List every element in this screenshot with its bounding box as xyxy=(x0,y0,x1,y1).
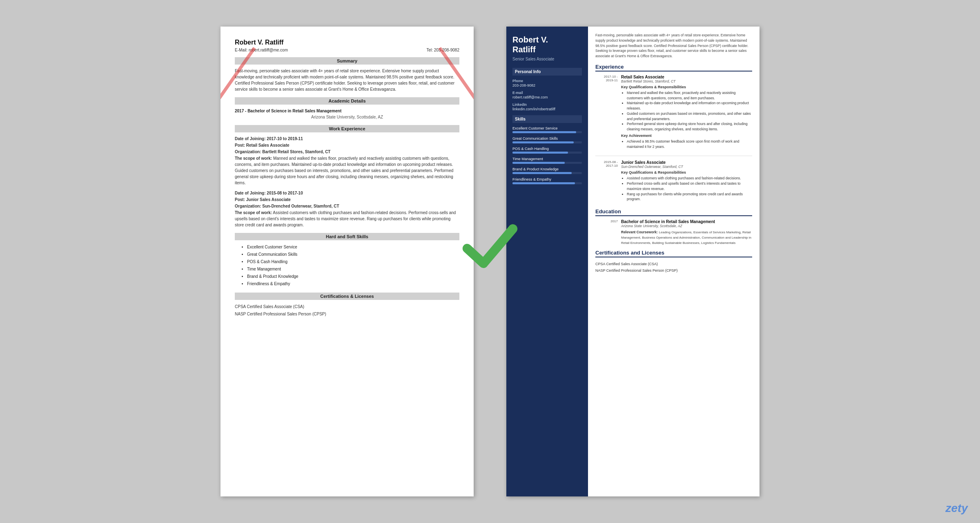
skill-bar-2: Great Communication Skills xyxy=(512,136,582,143)
edu1-details: Bachelor of Science in Retail Sales Mana… xyxy=(621,219,752,246)
skill-2: Great Communication Skills xyxy=(247,251,459,258)
exp1-qualif-label: Key Qualifications & Responsibilities xyxy=(621,85,752,89)
edu1-school: Arizona State University, Scottsdale, AZ xyxy=(621,224,752,228)
cert-section-title: Certifications & Licenses xyxy=(235,293,459,300)
skills-title: Skills xyxy=(512,115,582,123)
work-section-title: Work Experience xyxy=(235,125,459,132)
phone-value: 203-208-9082 xyxy=(512,83,582,87)
work-entry-2: Date of Joining: 2015-08 to 2017-10 Post… xyxy=(235,190,459,228)
exp2-dates: 2015-08 -2017-10 xyxy=(595,160,618,203)
left-resume: Robert V. Ratliff E-Mail: robert.ratliff… xyxy=(220,27,474,496)
work2-post: Post: Junior Sales Associate xyxy=(235,197,291,202)
exp2-bullets: Assisted customers with clothing purchas… xyxy=(621,176,752,202)
work-entry-1: Date of Joining: 2017-10 to 2019-11 Post… xyxy=(235,136,459,186)
cert-1: CPSA Certified Sales Associate (CSA) xyxy=(235,303,459,311)
phone-label: Phone xyxy=(512,79,582,83)
skill-bar-6: Friendliness & Empathy xyxy=(512,177,582,184)
skill-6: Friendliness & Empathy xyxy=(247,280,459,288)
exp2-bullet-3: Rang up purchases for clients while prom… xyxy=(627,192,752,202)
edu1-year: 2017 xyxy=(595,219,618,246)
left-name: Robert V. Ratliff xyxy=(235,39,459,46)
email-value: robert.ratliff@me.com xyxy=(512,95,582,99)
skills-section-title: Hard and Soft Skills xyxy=(235,233,459,240)
resume-main: Fast-moving, personable sales associate … xyxy=(588,27,760,496)
skill-bar-1: Excellent Customer Service xyxy=(512,126,582,133)
exp2-company: Sun-Drenched Outerwear, Stamford, CT xyxy=(621,165,752,169)
exp1-company: Bartlett Retail Stores, Stamford, CT xyxy=(621,79,752,83)
exp1-achievement-label: Key Achievement xyxy=(621,134,752,138)
exp2-details: Junior Sales Associate Sun-Drenched Oute… xyxy=(621,160,752,203)
right-cert-1: CPSA Certified Sales Associate (CSA) NAS… xyxy=(595,261,752,274)
edu-degree: 2017 - Bachelor of Science in Retail Sal… xyxy=(235,108,459,114)
exp-divider xyxy=(595,156,752,156)
skills-list: Excellent Customer Service Great Communi… xyxy=(235,244,459,288)
personal-info-title: Personal Info xyxy=(512,68,582,76)
email-label: E-mail xyxy=(512,91,582,95)
linkedin-label: LinkedIn xyxy=(512,103,582,107)
skill-5: Brand & Product Knowledge xyxy=(247,273,459,280)
exp1-details: Retail Sales Associate Bartlett Retail S… xyxy=(621,75,752,151)
exp1-bullet-2: Maintained up-to-date product knowledge … xyxy=(627,101,752,111)
exp1-bullet-3: Guided customers on purchases based on i… xyxy=(627,111,752,122)
edu-entry-1: 2017 Bachelor of Science in Retail Sales… xyxy=(595,219,752,246)
left-email: E-Mail: robert.ratliff@me.com xyxy=(235,48,288,52)
work1-dates: Date of Joining: 2017-10 to 2019-11 xyxy=(235,136,303,141)
edu-school: Arizona State University, Scottsdale, AZ xyxy=(235,114,459,120)
work1-post: Post: Retail Sales Associate xyxy=(235,143,290,148)
cert-heading: Certifications and Licenses xyxy=(595,250,752,257)
zety-watermark: zety xyxy=(946,502,968,515)
exp2-bullet-1: Assisted customers with clothing purchas… xyxy=(627,176,752,181)
exp1-bullets: Manned and walked the sales floor, proac… xyxy=(621,90,752,132)
skill-bar-3: POS & Cash Handling xyxy=(512,147,582,154)
edu1-coursework-label: Relevant Coursework: xyxy=(621,230,658,234)
exp-entry-1: 2017-10 -2019-11 Retail Sales Associate … xyxy=(595,75,752,151)
main-summary: Fast-moving, personable sales associate … xyxy=(595,33,752,59)
work2-scope-label: The scope of work: xyxy=(235,210,272,215)
exp2-qualif-label: Key Qualifications & Responsibilities xyxy=(621,170,752,174)
experience-heading: Experience xyxy=(595,64,752,72)
exp2-bullet-2: Performed cross-sells and upsells based … xyxy=(627,181,752,192)
exp1-achievement: Achieved a 98.5% customer feedback score… xyxy=(621,139,752,150)
exp2-title: Junior Sales Associate xyxy=(621,160,752,165)
cert-2: NASP Certified Professional Sales Person… xyxy=(235,311,459,318)
skill-1: Excellent Customer Service xyxy=(247,244,459,251)
work1-scope-label: The scope of work: xyxy=(235,156,272,161)
exp1-dates: 2017-10 -2019-11 xyxy=(595,75,618,151)
work2-dates: Date of Joining: 2015-08 to 2017-10 xyxy=(235,191,303,195)
sidebar-name: Robert V.Ratliff xyxy=(512,35,582,54)
sidebar-title: Senior Sales Associate xyxy=(512,57,582,61)
skill-bar-5: Brand & Product Knowledge xyxy=(512,167,582,174)
academic-section-title: Academic Details xyxy=(235,97,459,105)
edu1-degree: Bachelor of Science in Retail Sales Mana… xyxy=(621,219,752,224)
exp1-achievement-text: Achieved a 98.5% customer feedback score… xyxy=(627,139,752,150)
green-checkmark xyxy=(457,212,523,278)
exp-entry-2: 2015-08 -2017-10 Junior Sales Associate … xyxy=(595,160,752,203)
right-resume: Robert V.Ratliff Senior Sales Associate … xyxy=(506,27,760,496)
linkedin-value: linkedin.com/in/robertratliff xyxy=(512,107,582,111)
skill-bar-4: Time Management xyxy=(512,157,582,164)
skill-3: POS & Cash Handling xyxy=(247,258,459,266)
education-heading: Education xyxy=(595,208,752,216)
summary-section-title: Summary xyxy=(235,57,459,65)
work1-org: Organization: Bartlett Retail Stores, St… xyxy=(235,150,330,154)
summary-text: Fast-moving, personable sales associate … xyxy=(235,68,459,92)
left-tel: Tel: 203-208-9082 xyxy=(426,48,459,52)
exp1-title: Retail Sales Associate xyxy=(621,75,752,79)
exp1-bullet-4: Performed general store upkeep during st… xyxy=(627,121,752,132)
exp1-bullet-1: Manned and walked the sales floor, proac… xyxy=(627,90,752,101)
work2-org: Organization: Sun-Drenched Outerwear, St… xyxy=(235,204,339,208)
skill-4: Time Management xyxy=(247,266,459,273)
